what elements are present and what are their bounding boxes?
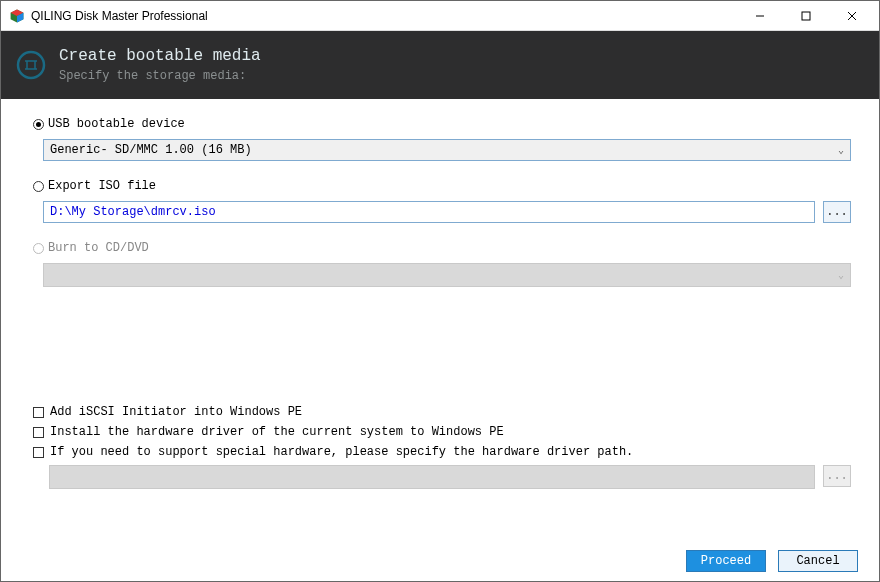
titlebar: QILING Disk Master Professional <box>1 1 879 31</box>
chevron-down-icon: ⌄ <box>838 144 844 156</box>
bootable-media-icon <box>15 49 47 81</box>
check-driver-current-label: Install the hardware driver of the curre… <box>50 425 504 439</box>
radio-iso-label: Export ISO file <box>48 179 156 193</box>
minimize-button[interactable] <box>737 1 783 31</box>
radio-icon <box>33 243 44 254</box>
radio-icon <box>33 181 44 192</box>
checkbox-icon <box>33 407 44 418</box>
app-logo-icon <box>9 8 25 24</box>
driver-path-browse-button: ... <box>823 465 851 487</box>
footer: Proceed Cancel <box>686 550 858 572</box>
cancel-button[interactable]: Cancel <box>778 550 858 572</box>
radio-iso[interactable]: Export ISO file <box>33 179 847 193</box>
check-driver-path[interactable]: If you need to support special hardware,… <box>33 445 847 459</box>
page-subtitle: Specify the storage media: <box>59 69 261 83</box>
chevron-down-icon: ⌄ <box>838 269 844 281</box>
usb-device-value: Generic- SD/MMC 1.00 (16 MB) <box>50 143 252 157</box>
page-header: Create bootable media Specify the storag… <box>1 31 879 99</box>
check-iscsi[interactable]: Add iSCSI Initiator into Windows PE <box>33 405 847 419</box>
check-iscsi-label: Add iSCSI Initiator into Windows PE <box>50 405 302 419</box>
iso-path-input[interactable]: D:\My Storage\dmrcv.iso <box>43 201 815 223</box>
checkbox-icon <box>33 447 44 458</box>
iso-browse-button[interactable]: ... <box>823 201 851 223</box>
usb-device-select[interactable]: Generic- SD/MMC 1.00 (16 MB) ⌄ <box>43 139 851 161</box>
proceed-button[interactable]: Proceed <box>686 550 766 572</box>
radio-usb-label: USB bootable device <box>48 117 185 131</box>
driver-path-input <box>49 465 815 489</box>
svg-rect-4 <box>802 12 810 20</box>
radio-cd: Burn to CD/DVD <box>33 241 847 255</box>
iso-path-value: D:\My Storage\dmrcv.iso <box>50 205 216 219</box>
radio-cd-label: Burn to CD/DVD <box>48 241 149 255</box>
radio-icon <box>33 119 44 130</box>
page-title: Create bootable media <box>59 47 261 65</box>
maximize-button[interactable] <box>783 1 829 31</box>
radio-usb[interactable]: USB bootable device <box>33 117 847 131</box>
check-driver-current[interactable]: Install the hardware driver of the curre… <box>33 425 847 439</box>
content-area: USB bootable device Generic- SD/MMC 1.00… <box>1 99 879 489</box>
cd-device-select: ⌄ <box>43 263 851 287</box>
checkbox-icon <box>33 427 44 438</box>
close-button[interactable] <box>829 1 875 31</box>
window-title: QILING Disk Master Professional <box>31 9 208 23</box>
svg-point-7 <box>18 52 44 78</box>
check-driver-path-label: If you need to support special hardware,… <box>50 445 633 459</box>
